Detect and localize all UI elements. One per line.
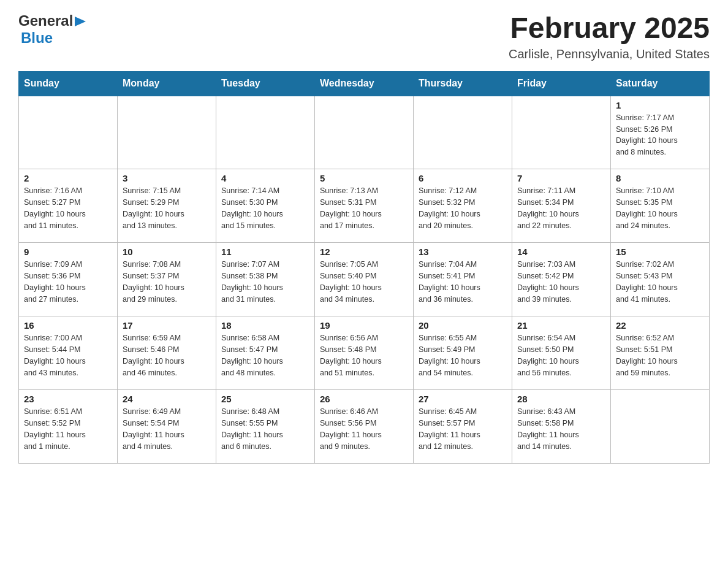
day-info: Sunrise: 7:08 AMSunset: 5:37 PMDaylight:… xyxy=(123,259,211,305)
day-of-week-tuesday: Tuesday xyxy=(216,71,315,96)
day-info: Sunrise: 6:51 AMSunset: 5:52 PMDaylight:… xyxy=(24,406,112,452)
calendar-cell xyxy=(611,390,710,464)
calendar-cell xyxy=(19,96,118,169)
calendar-cell: 9Sunrise: 7:09 AMSunset: 5:36 PMDaylight… xyxy=(19,243,118,316)
logo-blue-text: Blue xyxy=(21,29,53,46)
day-info: Sunrise: 6:56 AMSunset: 5:48 PMDaylight:… xyxy=(320,332,408,378)
day-info: Sunrise: 7:07 AMSunset: 5:38 PMDaylight:… xyxy=(221,259,309,305)
day-info: Sunrise: 6:46 AMSunset: 5:56 PMDaylight:… xyxy=(320,406,408,452)
calendar-cell: 20Sunrise: 6:55 AMSunset: 5:49 PMDayligh… xyxy=(414,316,512,390)
calendar-cell: 12Sunrise: 7:05 AMSunset: 5:40 PMDayligh… xyxy=(315,243,414,316)
day-number: 9 xyxy=(24,247,112,257)
header-row: SundayMondayTuesdayWednesdayThursdayFrid… xyxy=(19,71,710,96)
calendar-cell: 25Sunrise: 6:48 AMSunset: 5:55 PMDayligh… xyxy=(216,390,315,464)
day-number: 13 xyxy=(419,247,507,257)
calendar-cell: 18Sunrise: 6:58 AMSunset: 5:47 PMDayligh… xyxy=(216,316,315,390)
day-number: 17 xyxy=(123,320,211,331)
calendar-header: SundayMondayTuesdayWednesdayThursdayFrid… xyxy=(19,71,710,96)
day-info: Sunrise: 6:52 AMSunset: 5:51 PMDaylight:… xyxy=(616,332,704,378)
logo-blue-line: Blue xyxy=(18,29,53,47)
calendar-cell: 28Sunrise: 6:43 AMSunset: 5:58 PMDayligh… xyxy=(512,390,611,464)
day-number: 20 xyxy=(419,320,507,331)
calendar-week-4: 16Sunrise: 7:00 AMSunset: 5:44 PMDayligh… xyxy=(19,316,710,390)
logo: General Blue xyxy=(18,12,88,47)
day-number: 26 xyxy=(320,394,408,404)
calendar-cell xyxy=(315,96,414,169)
calendar-cell: 21Sunrise: 6:54 AMSunset: 5:50 PMDayligh… xyxy=(512,316,611,390)
calendar-cell: 11Sunrise: 7:07 AMSunset: 5:38 PMDayligh… xyxy=(216,243,315,316)
calendar-cell xyxy=(414,96,512,169)
calendar-cell: 5Sunrise: 7:13 AMSunset: 5:31 PMDaylight… xyxy=(315,169,414,243)
day-number: 21 xyxy=(517,320,605,331)
calendar-body: 1Sunrise: 7:17 AMSunset: 5:26 PMDaylight… xyxy=(19,96,710,464)
day-number: 24 xyxy=(123,394,211,404)
day-number: 7 xyxy=(517,173,605,183)
day-info: Sunrise: 7:10 AMSunset: 5:35 PMDaylight:… xyxy=(616,185,704,231)
day-info: Sunrise: 7:13 AMSunset: 5:31 PMDaylight:… xyxy=(320,185,408,231)
calendar-cell: 7Sunrise: 7:11 AMSunset: 5:34 PMDaylight… xyxy=(512,169,611,243)
day-info: Sunrise: 6:55 AMSunset: 5:49 PMDaylight:… xyxy=(419,332,507,378)
calendar-cell: 1Sunrise: 7:17 AMSunset: 5:26 PMDaylight… xyxy=(611,96,710,169)
day-info: Sunrise: 7:02 AMSunset: 5:43 PMDaylight:… xyxy=(616,259,704,305)
day-info: Sunrise: 6:49 AMSunset: 5:54 PMDaylight:… xyxy=(123,406,211,452)
day-info: Sunrise: 6:58 AMSunset: 5:47 PMDaylight:… xyxy=(221,332,309,378)
day-info: Sunrise: 7:00 AMSunset: 5:44 PMDaylight:… xyxy=(24,332,112,378)
calendar-cell: 19Sunrise: 6:56 AMSunset: 5:48 PMDayligh… xyxy=(315,316,414,390)
day-number: 4 xyxy=(221,173,309,183)
day-number: 23 xyxy=(24,394,112,404)
calendar-week-2: 2Sunrise: 7:16 AMSunset: 5:27 PMDaylight… xyxy=(19,169,710,243)
day-number: 25 xyxy=(221,394,309,404)
day-number: 28 xyxy=(517,394,605,404)
calendar-cell: 14Sunrise: 7:03 AMSunset: 5:42 PMDayligh… xyxy=(512,243,611,316)
day-number: 22 xyxy=(616,320,704,331)
day-info: Sunrise: 7:04 AMSunset: 5:41 PMDaylight:… xyxy=(419,259,507,305)
calendar-cell: 6Sunrise: 7:12 AMSunset: 5:32 PMDaylight… xyxy=(414,169,512,243)
day-of-week-monday: Monday xyxy=(118,71,216,96)
calendar-cell: 17Sunrise: 6:59 AMSunset: 5:46 PMDayligh… xyxy=(118,316,216,390)
day-number: 2 xyxy=(24,173,112,183)
day-info: Sunrise: 6:48 AMSunset: 5:55 PMDaylight:… xyxy=(221,406,309,452)
day-info: Sunrise: 6:43 AMSunset: 5:58 PMDaylight:… xyxy=(517,406,605,452)
calendar-cell xyxy=(118,96,216,169)
day-number: 8 xyxy=(616,173,704,183)
calendar-cell: 3Sunrise: 7:15 AMSunset: 5:29 PMDaylight… xyxy=(118,169,216,243)
month-title: February 2025 xyxy=(509,12,710,45)
calendar-cell: 27Sunrise: 6:45 AMSunset: 5:57 PMDayligh… xyxy=(414,390,512,464)
day-number: 12 xyxy=(320,247,408,257)
svg-marker-0 xyxy=(75,17,86,26)
logo-line1: General xyxy=(18,12,88,29)
day-info: Sunrise: 7:12 AMSunset: 5:32 PMDaylight:… xyxy=(419,185,507,231)
calendar-week-1: 1Sunrise: 7:17 AMSunset: 5:26 PMDaylight… xyxy=(19,96,710,169)
day-number: 3 xyxy=(123,173,211,183)
day-number: 6 xyxy=(419,173,507,183)
location-text: Carlisle, Pennsylvania, United States xyxy=(509,47,710,61)
calendar-cell: 16Sunrise: 7:00 AMSunset: 5:44 PMDayligh… xyxy=(19,316,118,390)
day-info: Sunrise: 7:15 AMSunset: 5:29 PMDaylight:… xyxy=(123,185,211,231)
calendar-cell: 26Sunrise: 6:46 AMSunset: 5:56 PMDayligh… xyxy=(315,390,414,464)
calendar-cell: 23Sunrise: 6:51 AMSunset: 5:52 PMDayligh… xyxy=(19,390,118,464)
day-info: Sunrise: 7:05 AMSunset: 5:40 PMDaylight:… xyxy=(320,259,408,305)
title-block: February 2025 Carlisle, Pennsylvania, Un… xyxy=(509,12,710,61)
logo-arrow-icon xyxy=(75,15,88,28)
day-number: 27 xyxy=(419,394,507,404)
day-number: 18 xyxy=(221,320,309,331)
day-info: Sunrise: 7:16 AMSunset: 5:27 PMDaylight:… xyxy=(24,185,112,231)
day-number: 19 xyxy=(320,320,408,331)
day-number: 1 xyxy=(616,100,704,110)
calendar-week-3: 9Sunrise: 7:09 AMSunset: 5:36 PMDaylight… xyxy=(19,243,710,316)
day-number: 16 xyxy=(24,320,112,331)
day-number: 15 xyxy=(616,247,704,257)
logo-general-text: General xyxy=(18,12,73,29)
calendar-cell: 4Sunrise: 7:14 AMSunset: 5:30 PMDaylight… xyxy=(216,169,315,243)
day-info: Sunrise: 6:59 AMSunset: 5:46 PMDaylight:… xyxy=(123,332,211,378)
day-info: Sunrise: 6:45 AMSunset: 5:57 PMDaylight:… xyxy=(419,406,507,452)
calendar-week-5: 23Sunrise: 6:51 AMSunset: 5:52 PMDayligh… xyxy=(19,390,710,464)
day-info: Sunrise: 7:09 AMSunset: 5:36 PMDaylight:… xyxy=(24,259,112,305)
calendar-cell: 24Sunrise: 6:49 AMSunset: 5:54 PMDayligh… xyxy=(118,390,216,464)
day-info: Sunrise: 6:54 AMSunset: 5:50 PMDaylight:… xyxy=(517,332,605,378)
calendar-cell: 15Sunrise: 7:02 AMSunset: 5:43 PMDayligh… xyxy=(611,243,710,316)
calendar-cell: 8Sunrise: 7:10 AMSunset: 5:35 PMDaylight… xyxy=(611,169,710,243)
day-number: 5 xyxy=(320,173,408,183)
calendar-table: SundayMondayTuesdayWednesdayThursdayFrid… xyxy=(18,71,710,464)
day-info: Sunrise: 7:17 AMSunset: 5:26 PMDaylight:… xyxy=(616,112,704,158)
